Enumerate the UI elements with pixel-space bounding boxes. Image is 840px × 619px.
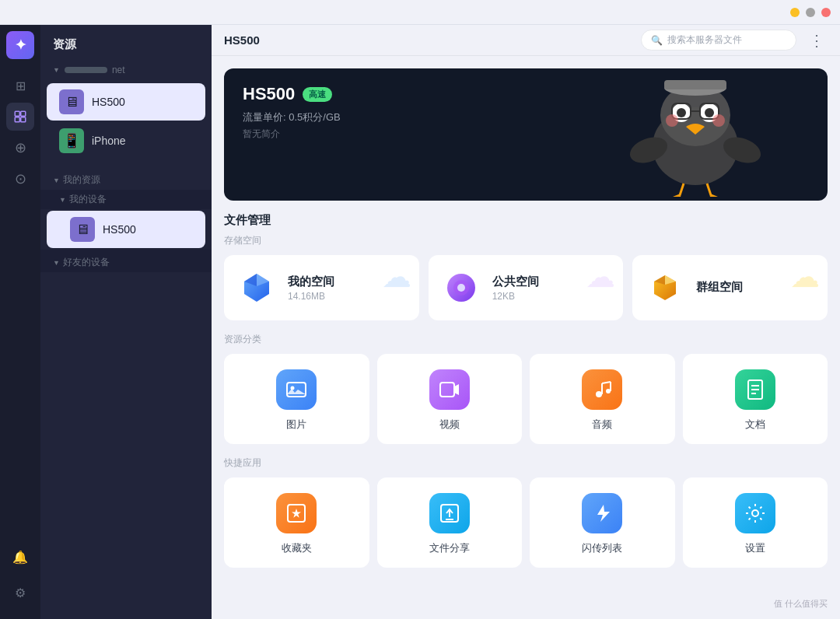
resource-grid: 图片 视频 [224,354,828,444]
friends-devices-section: ▼ 好友的设备 [40,250,212,272]
banner-device-name: HS500 [243,84,295,104]
flash-label: 闪传列表 [582,541,622,555]
docs-icon [735,369,775,410]
page-title: HS500 [224,33,632,47]
favorites-label: 收藏夹 [282,541,312,555]
svg-rect-16 [664,80,726,89]
favorites-icon [276,493,317,533]
sidebar-item-network[interactable]: ⊕ [6,134,34,162]
svg-point-12 [705,108,714,117]
net-row: ▼ net [40,61,212,82]
cloud-deco-2: ☁ [586,260,615,294]
storage-section-label: 存储空间 [224,234,828,247]
iphone-icon: 📱 [59,128,84,153]
docs-card[interactable]: 文档 [683,354,828,444]
photos-card[interactable]: 图片 [224,354,369,444]
svg-point-11 [677,108,686,117]
photos-label: 图片 [286,418,306,432]
banner-info: HS500 高速 流量单价: 0.5积分/GB 暂无简介 [243,84,341,141]
settings-icon [735,493,775,533]
banner-title-row: HS500 高速 [243,84,341,104]
public-space-icon [441,268,481,308]
sidebar-item-apps[interactable]: ⊙ [6,165,34,193]
music-card[interactable]: 音频 [530,354,675,444]
sidebar-item-home[interactable]: ⊞ [6,72,34,100]
photos-icon [276,369,317,410]
svg-point-30 [457,284,465,292]
resource-section-label: 资源分类 [224,333,828,346]
search-icon: 🔍 [651,35,663,46]
speed-badge: 高速 [303,87,332,102]
svg-rect-3 [21,117,26,122]
svg-rect-36 [440,383,454,397]
sidebar-item-hs500-device[interactable]: 🖥 HS500 [47,211,205,248]
hs500-device-label: HS500 [103,223,136,236]
public-space-card[interactable]: 公共空间 12KB ☁ [429,255,624,320]
hs500-label: HS500 [92,96,125,108]
file-management-title: 文件管理 [224,213,828,228]
quick-grid: 收藏夹 文件分享 [224,477,828,568]
my-space-icon [236,268,277,308]
flash-icon [582,493,622,533]
content-header: HS500 🔍 搜索本服务器文件 ⋮ [212,25,840,56]
gear-icon[interactable]: ⚙ [6,579,34,607]
share-label: 文件分享 [429,541,470,555]
bell-icon[interactable]: 🔔 [6,543,34,571]
svg-rect-2 [15,117,19,122]
videos-card[interactable]: 视频 [377,354,523,444]
svg-point-13 [666,114,678,127]
cloud-deco-1: ☁ [382,260,411,294]
share-card[interactable]: 文件分享 [377,477,523,568]
group-space-card[interactable]: 群组空间 ☁ [632,255,828,320]
maximize-button[interactable] [806,8,815,17]
svg-point-35 [291,386,295,390]
close-button[interactable] [821,8,831,17]
svg-line-41 [602,382,611,383]
svg-line-22 [707,184,711,195]
banner-desc: 暂无简介 [243,128,341,141]
sidebar-item-hs500-top[interactable]: 🖥 HS500 [47,83,205,121]
svg-rect-34 [287,383,306,397]
triangle-icon: ▼ [53,66,60,74]
music-icon [582,369,622,410]
group-space-icon [645,268,685,308]
net-label: net [112,65,125,75]
group-space-name: 群组空间 [696,280,743,295]
svg-line-19 [680,184,684,195]
public-space-size: 12KB [492,291,539,302]
public-space-name: 公共空间 [492,275,539,289]
storage-cards: 我的空间 14.16MB ☁ [224,255,828,320]
my-space-card[interactable]: 我的空间 14.16MB ☁ [224,255,419,320]
svg-point-14 [712,114,725,127]
sidebar: 资源 ▼ net 🖥 HS500 📱 iPhone ▼ 我的资 [40,25,212,619]
cloud-deco-3: ☁ [790,260,820,294]
svg-point-37 [596,391,602,397]
my-space-name: 我的空间 [288,275,334,289]
minimize-button[interactable] [790,8,800,17]
file-management-section: 文件管理 存储空间 [212,213,840,568]
videos-label: 视频 [439,418,460,432]
icon-bar: ✦ ⊞ ⊕ ⊙ 🔔 ⚙ [0,25,40,619]
content-scroll: HS500 高速 流量单价: 0.5积分/GB 暂无简介 [212,56,840,619]
flash-card[interactable]: 闪传列表 [530,477,675,568]
app-logo: ✦ [6,31,34,59]
sidebar-item-iphone[interactable]: 📱 iPhone [47,122,205,159]
my-devices-section: ▼ 我的设备 [40,190,212,209]
more-options-icon[interactable]: ⋮ [806,31,828,50]
banner-price: 流量单价: 0.5积分/GB [243,110,341,124]
device-banner: HS500 高速 流量单价: 0.5积分/GB 暂无简介 [224,68,828,201]
svg-rect-1 [21,111,26,116]
favorites-card[interactable]: 收藏夹 [224,477,369,568]
hs500-device-icon: 🖥 [70,217,95,242]
iphone-label: iPhone [92,135,126,147]
hs500-icon: 🖥 [59,89,84,114]
search-box[interactable]: 🔍 搜索本服务器文件 [641,30,796,51]
my-resources-section: ▼ 我的资源 [40,169,212,190]
sidebar-item-files[interactable] [6,103,34,131]
videos-icon [429,369,470,410]
my-space-size: 14.16MB [288,291,334,302]
music-label: 音频 [592,418,612,432]
share-icon [429,493,470,533]
settings-card[interactable]: 设置 [683,477,828,568]
main-content: HS500 🔍 搜索本服务器文件 ⋮ HS500 高速 流量单价: 0 [212,25,840,619]
